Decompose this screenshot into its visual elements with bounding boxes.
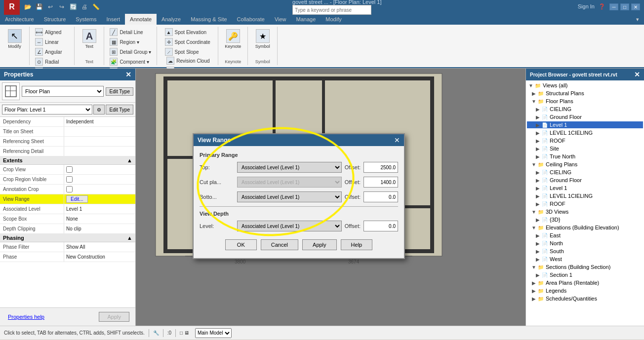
revision-cloud-button[interactable]: ☁ Revision Cloud bbox=[165, 56, 214, 65]
tree-item[interactable]: ▼📁Elevations (Building Elevation) bbox=[527, 224, 643, 231]
bottom-level-select[interactable]: Associated Level (Level 1) bbox=[237, 191, 342, 202]
tree-item[interactable]: ▶📄Site bbox=[527, 145, 643, 152]
tree-item[interactable]: ▶📁Schedules/Quantities bbox=[527, 295, 643, 302]
cut-offset-input[interactable] bbox=[363, 177, 398, 188]
spot-coordinate-button[interactable]: ✛ Spot Coordinate bbox=[163, 38, 212, 46]
tree-expander[interactable]: ▶ bbox=[535, 232, 541, 238]
properties-help-link[interactable]: Properties help bbox=[4, 312, 48, 322]
cut-level-select[interactable]: Associated Level (Level 1) bbox=[237, 177, 342, 188]
tree-expander[interactable]: ▶ bbox=[531, 90, 537, 96]
browser-close-button[interactable]: ✕ bbox=[634, 71, 640, 78]
tree-item[interactable]: ▶📄East bbox=[527, 231, 643, 239]
undo-button[interactable]: ↩ bbox=[45, 2, 55, 12]
tree-item[interactable]: ▶📄Level 1 bbox=[527, 184, 643, 192]
tab-architecture[interactable]: Architecture bbox=[0, 14, 39, 25]
tree-expander[interactable]: ▶ bbox=[535, 240, 541, 246]
tree-expander[interactable]: ▼ bbox=[531, 264, 537, 270]
type-dropdown[interactable]: Floor Plan bbox=[22, 86, 104, 97]
close-button[interactable]: ✕ bbox=[631, 3, 640, 10]
maximize-button[interactable]: □ bbox=[620, 3, 629, 10]
tree-item[interactable]: ▶📄{3D} bbox=[527, 216, 643, 224]
detail-group-button[interactable]: ⊞ Detail Group ▾ bbox=[108, 47, 153, 56]
tree-item[interactable]: ▶📄LEVEL 1CIELING bbox=[527, 192, 643, 200]
tree-expander[interactable]: ▶ bbox=[531, 296, 537, 302]
tree-expander[interactable]: ▼ bbox=[531, 209, 537, 215]
prop-value-crop-view[interactable] bbox=[64, 165, 135, 174]
tree-expander[interactable]: ▶ bbox=[535, 130, 541, 136]
phasing-section-header[interactable]: Phasing ▲ bbox=[0, 234, 135, 242]
tree-item[interactable]: ▶📄CIELING bbox=[527, 105, 643, 113]
tree-item[interactable]: ▶📄ROOF bbox=[527, 137, 643, 145]
tab-modify[interactable]: Modify bbox=[321, 14, 346, 25]
apply-button[interactable]: Apply bbox=[302, 239, 337, 250]
tree-expander[interactable]: ▶ bbox=[535, 153, 541, 159]
tree-item[interactable]: ▼📁Ceiling Plans bbox=[527, 160, 643, 168]
tree-expander[interactable]: ▶ bbox=[535, 201, 541, 207]
view-range-dialog[interactable]: View Range ✕ Primary Range Top: Associat… bbox=[193, 133, 405, 259]
redo-button[interactable]: ↪ bbox=[57, 2, 67, 12]
tree-item[interactable]: ▼📁Floor Plans bbox=[527, 97, 643, 105]
depth-offset-input[interactable] bbox=[363, 221, 398, 231]
spot-slope-button[interactable]: ⟋ Spot Slope bbox=[163, 47, 212, 56]
extents-section-header[interactable]: Extents ▲ bbox=[0, 156, 135, 165]
tree-item[interactable]: ▶📄Level 1 bbox=[527, 121, 643, 129]
tree-item[interactable]: ▼📁3D Views bbox=[527, 208, 643, 216]
tree-item[interactable]: ▶📄LEVEL 1CIELING bbox=[527, 129, 643, 137]
search-input[interactable] bbox=[295, 7, 369, 13]
tab-collaborate[interactable]: Collaborate bbox=[232, 14, 270, 25]
app-logo[interactable]: R bbox=[4, 0, 20, 15]
tree-expander[interactable]: ▼ bbox=[531, 98, 537, 104]
tree-item[interactable]: ▶📄North bbox=[527, 239, 643, 247]
linear-button[interactable]: ↔ Linear bbox=[34, 38, 70, 46]
tab-dropdown[interactable]: ▾ bbox=[631, 14, 644, 25]
tree-expander[interactable]: ▶ bbox=[535, 217, 541, 223]
tree-expander[interactable]: ▶ bbox=[535, 138, 541, 144]
tree-expander[interactable]: ▶ bbox=[535, 272, 541, 278]
annotation-crop-checkbox[interactable] bbox=[66, 186, 73, 192]
tree-item[interactable]: ▶📄True North bbox=[527, 152, 643, 160]
edit-type-button[interactable]: Edit Type bbox=[106, 87, 133, 96]
tree-item[interactable]: ▼📁Sections (Building Section) bbox=[527, 263, 643, 271]
open-button[interactable]: 📂 bbox=[23, 2, 33, 12]
tab-manage[interactable]: Manage bbox=[291, 14, 321, 25]
help-button[interactable]: Help bbox=[341, 239, 373, 250]
sync-button[interactable]: 🔄 bbox=[68, 2, 78, 12]
plan-edit-button[interactable]: Edit Type bbox=[106, 105, 133, 114]
aligned-button[interactable]: ⟺ Aligned bbox=[34, 28, 70, 37]
component-button[interactable]: 🧩 Component ▾ bbox=[108, 57, 153, 66]
tree-item[interactable]: ▶📄West bbox=[527, 255, 643, 263]
tree-expander[interactable]: ▶ bbox=[535, 146, 541, 151]
tree-expander[interactable]: ▼ bbox=[531, 161, 537, 167]
tree-item[interactable]: ▶📄ROOF bbox=[527, 200, 643, 208]
tree-expander[interactable]: ▶ bbox=[535, 177, 541, 183]
tree-expander[interactable]: ▶ bbox=[535, 248, 541, 254]
tree-item[interactable]: ▶📁Structural Plans bbox=[527, 89, 643, 97]
top-level-select[interactable]: Associated Level (Level 1) bbox=[237, 162, 342, 173]
properties-close-button[interactable]: ✕ bbox=[125, 71, 131, 78]
model-selector[interactable]: Main Model bbox=[195, 328, 232, 338]
bottom-offset-input[interactable] bbox=[363, 191, 398, 202]
modify-button[interactable]: ↖ Modify bbox=[5, 28, 25, 50]
prop-value-annotation-crop[interactable] bbox=[64, 185, 135, 194]
prop-value-view-range[interactable]: Edit... bbox=[64, 194, 135, 204]
tree-item[interactable]: ▶📄Section 1 bbox=[527, 271, 643, 279]
tab-view[interactable]: View bbox=[270, 14, 291, 25]
tree-expander[interactable]: ▶ bbox=[535, 122, 541, 128]
tab-analyze[interactable]: Analyze bbox=[157, 14, 186, 25]
save-button[interactable]: 💾 bbox=[34, 2, 44, 12]
text-button[interactable]: A Text bbox=[80, 28, 99, 50]
tree-item[interactable]: ▼📁Views (all) bbox=[527, 81, 643, 89]
tree-item[interactable]: ▶📄South bbox=[527, 247, 643, 255]
plan-dropdown[interactable]: Floor Plan: Level 1 bbox=[2, 105, 92, 114]
plan-settings-button[interactable]: ⚙ bbox=[93, 105, 105, 114]
tree-item[interactable]: ▶📄CIELING bbox=[527, 168, 643, 176]
detail-line-button[interactable]: ╱ Detail Line bbox=[108, 28, 153, 37]
tree-item[interactable]: ▶📁Area Plans (Rentable) bbox=[527, 279, 643, 287]
tree-item[interactable]: ▶📁Legends bbox=[527, 287, 643, 295]
tree-expander[interactable]: ▼ bbox=[528, 82, 534, 88]
top-offset-input[interactable] bbox=[363, 162, 398, 173]
radial-button[interactable]: ⊙ Radial bbox=[34, 57, 70, 66]
spot-elevation-button[interactable]: ▲ Spot Elevation bbox=[163, 28, 212, 37]
sign-in-link[interactable]: Sign In bbox=[578, 3, 595, 10]
crop-view-checkbox[interactable] bbox=[66, 166, 73, 173]
